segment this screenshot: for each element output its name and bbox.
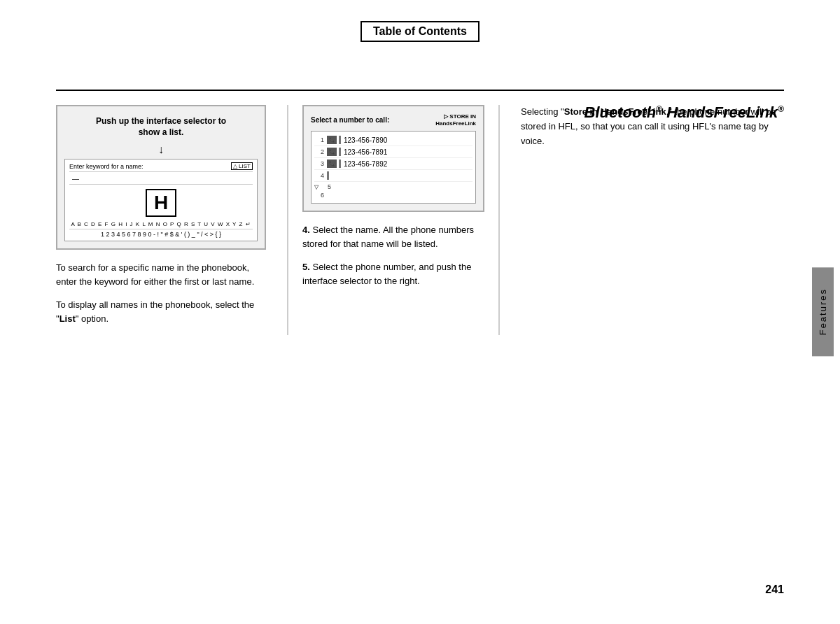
right-column: Selecting "Store in HandsFreeLink," the … (507, 105, 784, 335)
header-divider (56, 90, 784, 91)
phone-icon-2: 📞 (327, 148, 337, 156)
letter-display: H (146, 189, 176, 217)
toc-title[interactable]: Table of Contents (360, 21, 479, 42)
phone-row-4: 4 (314, 170, 472, 182)
mid-right-divider (498, 105, 500, 335)
keyword-row: Enter keyword for a name: △ LIST (69, 162, 253, 172)
letters-row: A B C D E F G H I J K L M N O P Q R S T … (69, 221, 253, 227)
mid-diagram: Select a number to call: ▷ STORE INHands… (302, 105, 484, 212)
phone-number-2: 123-456-7891 (344, 148, 387, 156)
side-tab-container: Features (805, 210, 840, 414)
mid-column: Select a number to call: ▷ STORE INHands… (295, 105, 491, 335)
features-tab: Features (812, 267, 834, 356)
diagram-screen: Enter keyword for a name: △ LIST — H A B… (64, 159, 258, 241)
main-content: Push up the interface selector to show a… (56, 105, 784, 335)
select-number-label: Select a number to call: (311, 116, 389, 124)
step5-body: Select the phone number, and push the in… (302, 262, 471, 286)
phone-row-1: 1 📞 123-456-7890 (314, 134, 472, 146)
phone-number-1: 123-456-7890 (344, 136, 387, 144)
diagram-arrow: ↓ (64, 143, 258, 156)
page: Table of Contents Bluetooth® HandsFreeLi… (0, 0, 840, 624)
numbers-row: 1 2 3 4 5 6 7 8 9 0 - ! " # $ & ' ( ) _ … (69, 229, 253, 238)
left-para2-post: " option. (76, 313, 108, 324)
step5-text: 5. Select the phone number, and push the… (302, 260, 484, 288)
step5-num: 5. (302, 262, 310, 272)
letter-display-container: H (69, 187, 253, 218)
keyword-label: Enter keyword for a name: (69, 163, 230, 170)
phone-row-2: 2 📞 123-456-7891 (314, 146, 472, 158)
phone-screen-inner: 1 📞 123-456-7890 2 📞 123-456-7891 (311, 131, 476, 204)
left-mid-divider (287, 105, 288, 335)
down-row: ▽ 5 (314, 183, 472, 190)
page-number: 241 (765, 583, 784, 596)
left-para2-bold: List (59, 313, 76, 324)
phone-icon-3: 📞 (327, 159, 337, 168)
page-header: Table of Contents (0, 0, 840, 48)
store-in-label: ▷ STORE INHandsFreeLink (435, 113, 476, 127)
diagram-caption: Push up the interface selector to show a… (64, 116, 258, 138)
phone-icon-1: 📞 (327, 136, 337, 144)
bluetooth-text: Bluetooth® HandsFreeLink® (584, 104, 784, 121)
bluetooth-title: Bluetooth® HandsFreeLink® (584, 104, 784, 122)
list-badge: △ LIST (231, 162, 253, 170)
phone-number-3: 123-456-7892 (344, 160, 387, 168)
step4-text: 4. Select the name. All the phone number… (302, 223, 484, 250)
step4-body: Select the name. All the phone numbers s… (302, 225, 474, 249)
left-para2: To display all names in the phonebook, s… (56, 298, 266, 325)
step4-num: 4. (302, 225, 310, 235)
phone-screen-header: Select a number to call: ▷ STORE INHands… (311, 113, 476, 127)
down-arrow-icon: ▽ (314, 184, 318, 190)
phone-row-6: 6 (314, 190, 472, 200)
right-intro: Selecting " (521, 106, 564, 117)
left-diagram: Push up the interface selector to show a… (56, 105, 266, 250)
left-column: Push up the interface selector to show a… (56, 105, 280, 335)
left-para1: To search for a specific name in the pho… (56, 261, 266, 288)
phone-row-3: 3 📞 123-456-7892 (314, 158, 472, 170)
